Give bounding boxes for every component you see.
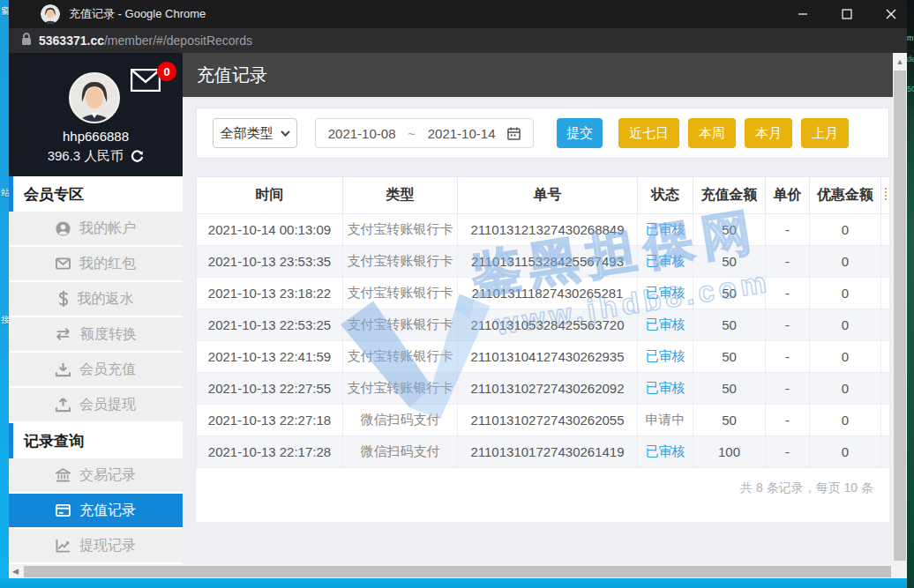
close-button[interactable] [872,0,910,28]
balance: 396.3 人民币 [9,148,183,166]
sidebar-item-deposit[interactable]: 会员充值 [9,353,183,388]
bank-icon [56,468,71,482]
url-host: 5363371.cc [39,33,104,48]
username: hhp666888 [9,129,183,144]
download-icon [56,362,71,377]
window-title: 充值记录 - Google Chrome [69,0,206,28]
message-count-badge: 0 [157,62,176,81]
sidebar-item-deposit-records[interactable]: 充值记录 [9,494,183,529]
background-text: 50 [907,85,914,93]
col-header-status: 状态 [638,177,693,214]
col-header-price: 单价 [766,177,810,214]
scrollbar-corner [893,565,907,578]
date-from-value: 2021-10-08 [328,126,396,141]
quick-thismonth-button[interactable]: 本月 [745,118,792,148]
desktop-right-strip: m de 50 [907,0,914,588]
date-separator: ~ [408,126,416,141]
avatar[interactable] [69,72,120,123]
sidebar-item-red-packet[interactable]: 我的红包 [9,247,183,282]
sidebar-item-label: 交易记录 [79,466,136,485]
table-row: 2021-10-13 23:18:22支付宝转账银行卡2110131118274… [197,278,890,309]
submit-button[interactable]: 提交 [557,118,603,148]
refresh-balance-icon[interactable] [131,150,144,166]
background-text: m [907,33,914,42]
page-header-bar: 充值记录 [183,53,893,97]
dollar-icon [58,291,69,307]
calendar-icon [507,127,521,140]
transfer-arrows-icon [55,328,71,340]
sidebar-item-label: 会员充值 [79,361,136,379]
envelope-icon [131,69,161,92]
col-header-type: 类型 [343,177,458,214]
table-row: 2021-10-13 22:27:55支付宝转账银行卡2110131027274… [197,373,890,405]
sidebar-item-label: 额度转换 [80,325,137,344]
table-header-row: 时间 类型 单号 状态 充值金额 单价 优惠金额 [197,177,890,214]
address-bar[interactable]: 5363371.cc/member/#/depositRecords [9,28,907,53]
background-text: de [907,55,914,63]
quick-lastmonth-button[interactable]: 上月 [801,118,849,148]
desktop-left-strip: 窗 站 接 [0,0,9,588]
sidebar-item-label: 充值记录 [79,502,136,520]
lock-icon [21,33,32,49]
record-count-summary: 共 8 条记录，每页 10 条 [196,480,889,496]
table-row: 2021-10-13 22:27:18微信扫码支付211013102727430… [197,405,890,436]
vertical-scroll-thumb[interactable] [894,71,906,561]
table-row: 2021-10-13 22:17:28微信扫码支付211013101727430… [197,436,890,468]
sidebar-section-member: 会员专区 [9,176,183,212]
desktop-icon-label: 窗 [1,5,9,18]
col-header-discount: 优惠金额 [810,177,881,214]
date-to-value: 2021-10-14 [428,126,496,141]
horizontal-scroll-thumb[interactable] [24,566,891,577]
content-area: 全部类型 2021-10-08 ~ 2021-10-14 提交 近七日 本周 本… [183,97,893,565]
date-range-input[interactable]: 2021-10-08 ~ 2021-10-14 [315,118,534,148]
records-panel: 时间 类型 单号 状态 充值金额 单价 优惠金额 2021-10-14 00: [196,176,889,522]
desktop-bottom-strip [0,578,914,588]
table-row: 2021-10-13 23:53:35支付宝转账银行卡2110131153284… [197,246,890,278]
sidebar-item-label: 会员提现 [79,396,136,414]
sidebar-item-transaction-records[interactable]: 交易记录 [9,458,183,494]
sidebar-item-withdraw[interactable]: 会员提现 [9,388,183,423]
sidebar-item-label: 提现记录 [79,537,136,555]
sidebar-section-records: 记录查询 [9,423,183,458]
scroll-left-arrow[interactable]: ◀ [9,565,22,578]
card-icon [56,504,71,517]
deposit-records-table: 时间 类型 单号 状态 充值金额 单价 优惠金额 2021-10-14 00: [196,176,890,468]
chevron-down-icon [281,130,290,137]
sidebar-item-label: 我的帐户 [79,220,136,238]
site-favicon-icon [41,4,60,24]
quick-last7days-button[interactable]: 近七日 [618,118,679,148]
table-row: 2021-10-13 22:53:25支付宝转账银行卡2110131053284… [197,309,890,341]
profile-card: 0 hhp666888 396.3 人民币 [9,53,183,176]
title-bar: 充值记录 - Google Chrome [9,0,907,28]
browser-window: 充值记录 - Google Chrome 5363371.cc/member/#… [9,0,907,578]
filter-panel: 全部类型 2021-10-08 ~ 2021-10-14 提交 近七日 本周 本… [196,108,889,159]
main-area: 充值记录 全部类型 2021-10-08 ~ 2021-10-14 提交 近七日… [183,53,893,565]
sidebar-item-rebate[interactable]: 我的返水 [9,282,183,317]
desktop-icon-label: 接 [1,314,9,326]
table-row: 2021-10-13 22:41:59支付宝转账银行卡2110131041274… [197,341,890,373]
url-path: /member/#/depositRecords [104,33,252,48]
type-select-value: 全部类型 [221,125,273,142]
quick-thisweek-button[interactable]: 本周 [688,118,736,148]
type-select[interactable]: 全部类型 [213,118,297,148]
sidebar-item-label: 我的红包 [79,255,136,273]
horizontal-scrollbar[interactable]: ◀ [9,565,893,578]
minimize-button[interactable] [783,0,822,28]
col-header-order: 单号 [458,177,638,214]
sidebar: 0 hhp666888 396.3 人民币 会员专区 我的帐户 我的红包 我的返… [9,53,183,565]
sidebar-item-my-account[interactable]: 我的帐户 [9,212,183,247]
red-packet-icon [56,257,71,270]
maximize-button[interactable] [828,0,866,28]
cut-column-marker [885,188,887,200]
chart-line-icon [56,539,71,553]
sidebar-item-withdraw-records[interactable]: 提现记录 [9,529,183,564]
sidebar-item-label: 我的返水 [78,290,134,309]
col-header-cut [881,177,890,214]
col-header-time: 时间 [197,177,343,214]
col-header-amount: 充值金额 [693,177,766,214]
messages-button[interactable]: 0 [131,69,171,104]
vertical-scrollbar[interactable]: ▲ [893,53,907,565]
scroll-up-arrow[interactable]: ▲ [893,55,907,69]
sidebar-item-quota-transfer[interactable]: 额度转换 [9,317,183,353]
table-row: 2021-10-14 00:13:09支付宝转账银行卡2110131213274… [197,214,890,246]
